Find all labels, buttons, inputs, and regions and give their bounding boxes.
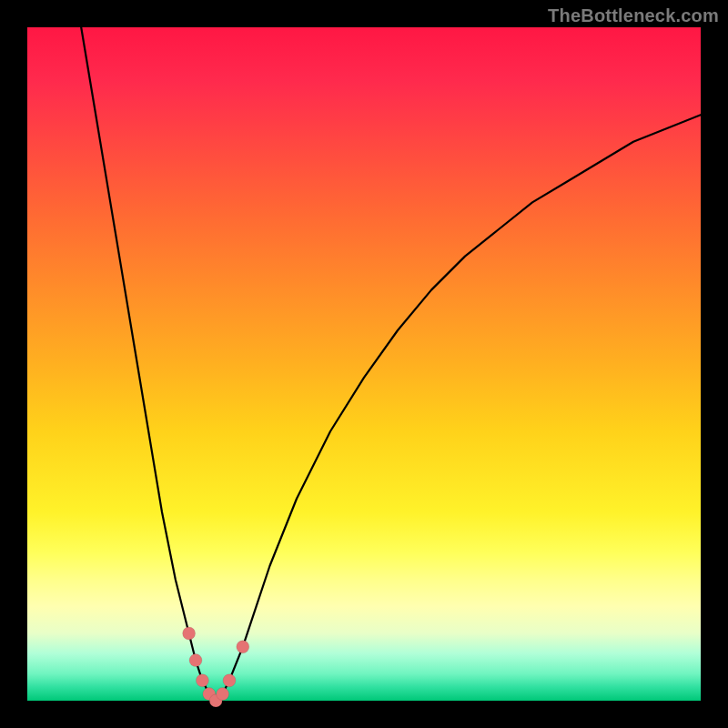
data-point	[196, 674, 208, 687]
data-point	[237, 641, 249, 653]
plot-area	[27, 27, 701, 701]
chart-svg	[27, 27, 701, 701]
data-point	[183, 627, 196, 640]
bottleneck-curve	[81, 27, 701, 701]
watermark-text: TheBottleneck.com	[548, 5, 719, 26]
data-point	[217, 688, 229, 701]
chart-frame: TheBottleneck.com	[0, 0, 728, 728]
marker-group	[183, 627, 249, 707]
data-point	[223, 674, 236, 687]
data-point	[189, 654, 202, 667]
